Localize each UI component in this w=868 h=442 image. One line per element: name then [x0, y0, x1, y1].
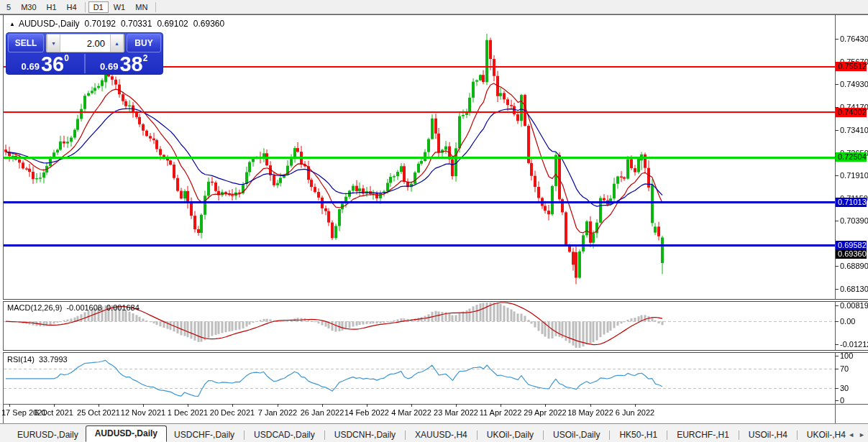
rsi-value: 33.7993 [39, 355, 68, 364]
ohlc-open: 0.70192 [85, 19, 116, 29]
ohlc-high: 0.70331 [121, 19, 152, 29]
lot-increase-button[interactable]: ▲ [110, 34, 124, 52]
buy-button[interactable]: BUY [127, 34, 161, 52]
symbol-name: AUDUSD-,Daily [19, 19, 80, 29]
tab-scroll-left-icon[interactable]: ◄ [848, 431, 854, 438]
rsi-tick-mark [835, 369, 839, 369]
date-tick-mark [322, 404, 323, 407]
chart-tab-usdcad-daily[interactable]: USDCAD-,Daily [247, 428, 322, 442]
buy-price-sup: 2 [143, 53, 148, 63]
sell-price-display[interactable]: 0.69360 [6, 53, 84, 74]
date-tick-mark [456, 404, 457, 407]
date-tick-mark [411, 404, 412, 407]
rsi-splitter[interactable] [3, 350, 868, 353]
tab-separator [667, 431, 667, 440]
rsi-label: RSI(14)33.7993 [7, 355, 72, 364]
date-tick-mark [635, 404, 636, 407]
price-level-label: 0.71013 [836, 198, 867, 207]
price-tick-label: 0.73410 [840, 126, 868, 134]
rsi-tick-label: 0 [840, 396, 844, 405]
sell-price-base: 0.69 [22, 61, 40, 72]
macd-splitter[interactable] [3, 299, 868, 302]
price-tick-label: 0.74930 [840, 80, 868, 88]
chart-tab-usdchf-daily[interactable]: USDCHF-,Daily [167, 428, 242, 442]
lot-size-input[interactable]: 2.00 [60, 34, 110, 52]
macd-tick-label: -0.01212 [840, 340, 868, 349]
trading-terminal: 5M30H1H4D1W1MN ▲ AUDUSD-,Daily 0.70192 0… [0, 0, 868, 442]
macd-tick-label: 0.008197 [840, 301, 868, 310]
chart-tab-ukoil-h4[interactable]: UKOil-,H4 [800, 428, 853, 442]
chart-title: ▲ AUDUSD-,Daily 0.70192 0.70331 0.69102 … [9, 19, 229, 29]
current-price-label: 0.69360 [836, 249, 867, 259]
rsi-tick-mark [835, 388, 839, 389]
date-tick-mark [278, 404, 278, 407]
lot-size-spinner: ▼ 2.00 ▲ [46, 34, 124, 52]
macd-tick-mark [835, 321, 839, 322]
symbol-arrow-icon: ▲ [9, 21, 15, 27]
date-axis-border [3, 404, 868, 405]
date-tick-mark [367, 404, 367, 407]
lot-decrease-button[interactable]: ▼ [47, 34, 60, 52]
chart-tab-eurusd-daily[interactable]: EURUSD-,Daily [10, 428, 86, 442]
chart-tab-bar: EURUSD-,DailyAUDUSD-,DailyUSDCHF-,DailyU… [0, 423, 868, 442]
macd-tick-mark [835, 344, 839, 345]
date-tick-mark [232, 404, 233, 407]
rsi-tick-mark [835, 400, 839, 401]
one-click-trading-panel: SELL ▼ 2.00 ▲ BUY 0.69360 0.69382 [6, 32, 163, 75]
rsi-tick-mark [835, 356, 839, 356]
chart-tab-ukoil-daily[interactable]: UKOil-,Daily [480, 428, 541, 442]
price-tick-mark [835, 289, 839, 290]
price-tick-label: 0.71910 [840, 171, 868, 180]
tab-separator [244, 431, 245, 440]
chart-tab-audusd-daily[interactable]: AUDUSD-,Daily [86, 425, 167, 442]
chart-tab-xauusd-h4[interactable]: XAUUSD-,H4 [408, 428, 475, 442]
tab-scroll-right-icon[interactable]: ► [859, 431, 865, 438]
rsi-tick-label: 70 [840, 364, 849, 373]
ohlc-close: 0.69360 [193, 19, 224, 29]
tab-separator [739, 431, 739, 440]
chart-tab-usoil-h4[interactable]: USOil-,H4 [741, 428, 795, 442]
date-tick-mark [99, 404, 99, 407]
buy-price-big: 38 [119, 55, 142, 73]
price-tick-label: 0.68890 [840, 262, 868, 270]
rsi-name: RSI(14) [7, 355, 35, 364]
price-level-label: 0.75512 [836, 62, 867, 71]
price-tick-mark [835, 175, 839, 176]
rsi-tick-label: 100 [840, 351, 853, 360]
date-tick-mark [590, 404, 591, 407]
date-tick-mark [54, 404, 55, 407]
tab-separator [477, 431, 478, 440]
price-tick-mark [835, 39, 839, 40]
tab-scroll-buttons: ◄ ► [848, 431, 865, 438]
macd-name: MACD(12,26,9) [7, 303, 62, 312]
price-tick-label: 0.76430 [840, 34, 868, 43]
price-tick-mark [835, 221, 839, 221]
date-tick-mark [545, 404, 546, 407]
price-tick-mark [835, 84, 839, 85]
price-axis-divider [835, 15, 836, 423]
chart-tab-hk50-h1[interactable]: HK50-,H1 [612, 428, 664, 442]
chart-tab-usdcnh-daily[interactable]: USDCNH-,Daily [327, 428, 403, 442]
sell-button[interactable]: SELL [8, 34, 44, 52]
tab-separator [609, 431, 610, 440]
date-tick-mark [9, 404, 10, 407]
date-tick-mark [143, 404, 144, 407]
macd-tick-label: 0.00 [840, 317, 855, 326]
buy-price-base: 0.69 [100, 61, 118, 72]
chart-tab-eurchf-h1[interactable]: EURCHF-,H1 [670, 428, 736, 442]
buy-price-display[interactable]: 0.69382 [86, 53, 163, 74]
date-tick-label: 6 Jun 2022 [606, 408, 664, 417]
date-tick-mark [188, 404, 188, 407]
rsi-tick-label: 30 [840, 384, 849, 392]
price-tick-label: 0.68130 [840, 285, 868, 293]
price-tick-mark [835, 266, 839, 267]
price-level-label: 0.74002 [836, 108, 867, 117]
price-tick-mark [835, 130, 839, 131]
toolbar-divider [0, 14, 868, 15]
macd-value: -0.001608 [66, 303, 102, 312]
chart-tab-usoil-daily[interactable]: USOil-,Daily [546, 428, 607, 442]
tab-separator [543, 431, 544, 440]
macd-tick-mark [835, 305, 839, 306]
tab-separator [324, 431, 325, 440]
date-tick-mark [501, 404, 501, 407]
